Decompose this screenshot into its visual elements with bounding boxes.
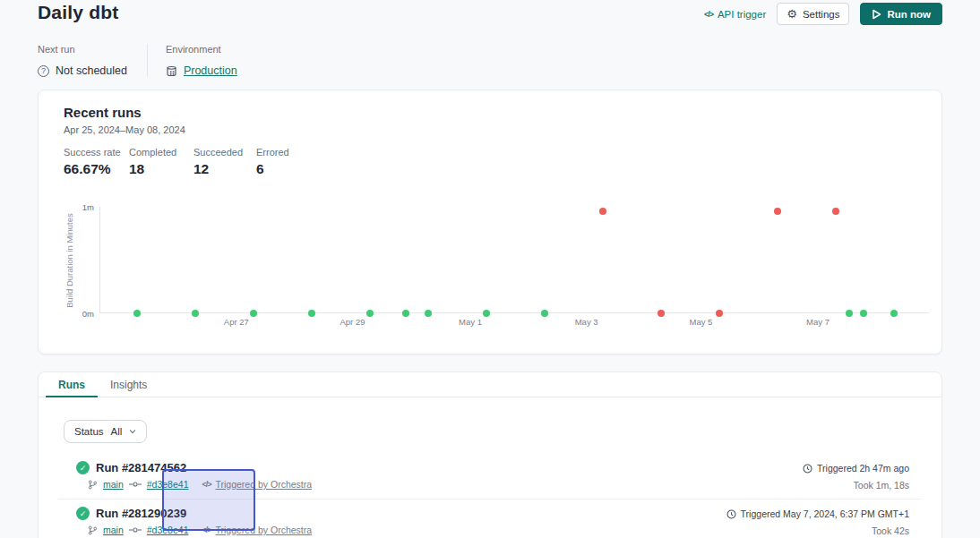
status-filter-label: Status xyxy=(74,426,104,437)
stat-value: 12 xyxy=(193,161,256,177)
environment-label: Environment xyxy=(166,44,237,55)
environment-block: Environment Production xyxy=(148,44,237,77)
stat-label: Completed xyxy=(129,147,193,158)
x-axis-tick-label: Apr 29 xyxy=(335,317,371,327)
code-icon: </> xyxy=(704,10,713,19)
page-title: Daily dbt xyxy=(38,2,118,23)
stat-errored: Errored 6 xyxy=(256,147,289,177)
stat-label: Succeeded xyxy=(193,147,256,158)
run-now-button[interactable]: Run now xyxy=(860,3,942,25)
gear-icon: ⚙ xyxy=(787,8,797,20)
next-run-block: Next run ? Not scheduled xyxy=(38,44,148,77)
took-text: Took 1m, 18s xyxy=(803,480,909,491)
api-trigger-label: API trigger xyxy=(718,9,766,20)
run-data-point-success[interactable] xyxy=(860,310,867,317)
stat-value: 18 xyxy=(129,161,193,177)
next-run-value-row: ? Not scheduled xyxy=(38,64,127,77)
run-data-point-error[interactable] xyxy=(832,208,839,215)
run-row-right: Triggered May 7, 2024, 6:37 PM GMT+1 Too… xyxy=(726,507,909,536)
run-data-point-success[interactable] xyxy=(308,310,315,317)
tab-runs[interactable]: Runs xyxy=(46,372,98,397)
job-page: Daily dbt </> API trigger ⚙ Settings Run… xyxy=(0,0,980,538)
status-filter-value: All xyxy=(111,426,123,437)
y-axis-tick-label: 1m xyxy=(65,202,94,212)
tab-insights[interactable]: Insights xyxy=(98,372,159,397)
run-data-point-success[interactable] xyxy=(483,310,490,317)
branch-link[interactable]: main xyxy=(103,525,124,535)
chart-plot: Apr 27Apr 29May 1May 3May 5May 7 xyxy=(99,207,929,313)
recent-runs-title: Recent runs xyxy=(64,105,142,120)
recent-runs-card: Recent runs Apr 25, 2024–May 08, 2024 Su… xyxy=(38,90,942,354)
stat-label: Success rate xyxy=(64,147,129,158)
x-axis-tick-label: Apr 27 xyxy=(219,317,254,327)
took-text: Took 42s xyxy=(726,525,909,536)
run-data-point-error[interactable] xyxy=(774,208,781,215)
x-axis-tick-label: May 5 xyxy=(683,317,718,327)
x-axis-tick-label: May 3 xyxy=(569,317,605,327)
status-filter-dropdown[interactable]: Status All xyxy=(64,420,147,443)
x-axis-tick-label: May 7 xyxy=(800,317,836,327)
chevron-down-icon xyxy=(129,428,136,435)
check-circle-icon: ✓ xyxy=(76,507,90,520)
stat-completed: Completed 18 xyxy=(129,147,193,177)
play-icon xyxy=(872,9,881,20)
run-data-point-success[interactable] xyxy=(192,310,199,317)
stat-label: Errored xyxy=(256,147,289,158)
y-axis-tick-label: 0m xyxy=(65,309,94,319)
stats-row: Success rate 66.67% Completed 18 Succeed… xyxy=(64,147,289,177)
next-run-label: Next run xyxy=(38,44,127,55)
run-data-point-error[interactable] xyxy=(658,310,665,317)
run-data-point-success[interactable] xyxy=(250,310,257,317)
tab-bar: Runs Insights xyxy=(39,372,941,397)
git-commit-icon xyxy=(129,525,142,534)
environment-link[interactable]: Production xyxy=(184,64,237,77)
stat-success-rate: Success rate 66.67% xyxy=(64,147,129,177)
stat-value: 66.67% xyxy=(64,161,129,177)
help-circle-icon: ? xyxy=(38,65,49,77)
run-data-point-success[interactable] xyxy=(133,310,141,317)
git-branch-icon xyxy=(88,525,98,535)
run-row-right: Triggered 2h 47m ago Took 1m, 18s xyxy=(803,461,909,491)
environment-value-row: Production xyxy=(166,64,237,77)
stat-succeeded: Succeeded 12 xyxy=(193,147,256,177)
triggered-text: Triggered 2h 47m ago xyxy=(817,463,909,474)
page-header: Daily dbt </> API trigger ⚙ Settings Run… xyxy=(38,2,942,25)
run-data-point-success[interactable] xyxy=(541,310,548,317)
stat-value: 6 xyxy=(256,161,289,177)
run-data-point-success[interactable] xyxy=(366,310,374,317)
clock-icon xyxy=(803,464,812,474)
run-data-point-success[interactable] xyxy=(402,310,409,317)
git-commit-icon xyxy=(129,480,142,489)
run-data-point-success[interactable] xyxy=(425,310,432,317)
git-branch-icon xyxy=(88,480,98,490)
next-run-value: Not scheduled xyxy=(56,64,127,77)
run-now-label: Run now xyxy=(887,9,931,20)
api-trigger-link[interactable]: </> API trigger xyxy=(704,9,766,20)
triggered-text: Triggered May 7, 2024, 6:37 PM GMT+1 xyxy=(741,508,909,519)
settings-button[interactable]: ⚙ Settings xyxy=(777,3,849,25)
database-icon xyxy=(166,65,177,77)
header-actions: </> API trigger ⚙ Settings Run now xyxy=(704,3,942,25)
run-data-point-error[interactable] xyxy=(599,208,606,215)
branch-link[interactable]: main xyxy=(103,479,124,490)
x-axis-tick-label: May 1 xyxy=(452,317,488,327)
check-circle-icon: ✓ xyxy=(76,461,90,474)
run-data-point-success[interactable] xyxy=(846,310,853,317)
settings-label: Settings xyxy=(803,9,840,20)
run-data-point-error[interactable] xyxy=(716,310,723,317)
job-meta: Next run ? Not scheduled Environment Pro… xyxy=(38,44,237,77)
selection-highlight xyxy=(162,469,255,531)
run-data-point-success[interactable] xyxy=(890,310,898,317)
recent-runs-date-range: Apr 25, 2024–May 08, 2024 xyxy=(64,124,185,135)
clock-icon xyxy=(726,509,736,519)
